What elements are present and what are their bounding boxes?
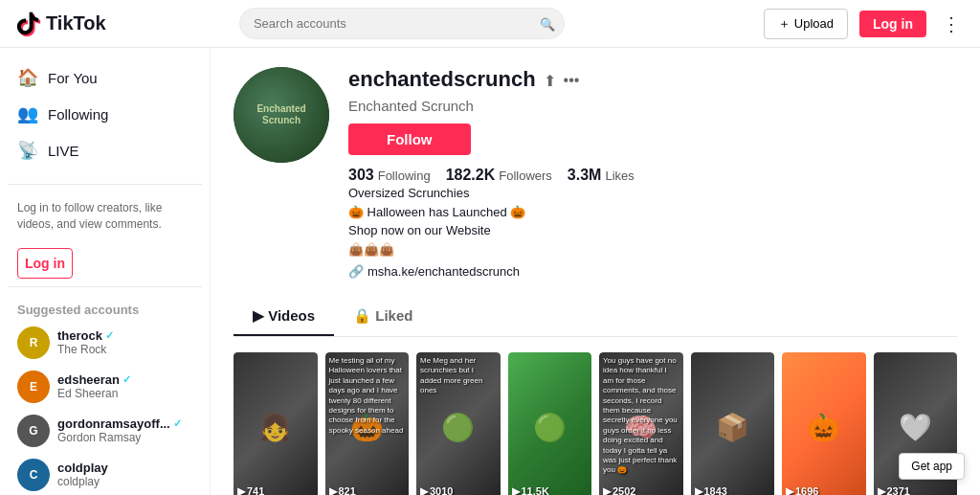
more-options-profile-icon[interactable]: ••• [564, 72, 580, 89]
video-thumb-4: 🟢 ▶ 11.5K [508, 352, 592, 495]
suggested-account-therock[interactable]: R therock ✓ The Rock [8, 321, 202, 365]
likes-label: Likes [605, 169, 634, 183]
profile-info: enchantedscrunch ⬆ ••• Enchanted Scrunch… [348, 67, 957, 279]
profile-avatar: Enchanted Scrunch [234, 67, 329, 163]
verified-badge-3: ✓ [173, 417, 182, 430]
profile-header: Enchanted Scrunch enchantedscrunch ⬆ •••… [234, 67, 957, 279]
upload-button[interactable]: ＋ Upload [764, 9, 848, 39]
tiktok-logo-icon [15, 11, 42, 37]
suggested-account-gordonramsay[interactable]: G gordonramsayoff... ✓ Gordon Ramsay [8, 409, 202, 453]
play-icon: ▶ [237, 485, 245, 495]
profile-actions: Follow [348, 124, 957, 155]
play-count-4: ▶ 11.5K [512, 485, 549, 495]
video-thumb-1: 👧 ▶ 741 [234, 352, 318, 495]
sidebar-for-you-label: For You [48, 70, 98, 86]
search-bar: 🔍 [239, 8, 565, 39]
sidebar-login-button[interactable]: Log in [17, 248, 73, 279]
live-icon: 📡 [17, 140, 38, 161]
suggested-account-coldplay[interactable]: C coldplay coldplay [8, 453, 202, 495]
bio-line3: Shop now on our Website [348, 221, 957, 240]
play-icon: ▶ [512, 485, 520, 495]
play-icon: ▶ [420, 485, 428, 495]
video-thumb-6: 📦 ▶ 1843 [691, 352, 775, 495]
play-icon: ▶ [695, 485, 702, 495]
login-button[interactable]: Log in [859, 11, 926, 37]
play-icon: ▶ [878, 485, 885, 495]
acc-info-edsheeran: edsheeran ✓ Ed Sheeran [57, 372, 131, 400]
username-therock: therock ✓ [57, 328, 114, 343]
video-overlay-text: Me testing all of my Halloween lovers th… [325, 352, 410, 495]
video-card-7[interactable]: 🎃 ▶ 1696 HALLOWEEN HAS LAU... [782, 352, 866, 495]
likes-count: 3.3M [568, 167, 602, 184]
suggested-account-edsheeran[interactable]: E edsheeran ✓ Ed Sheeran [8, 365, 202, 409]
profile-display-name: Enchanted Scrunch [348, 98, 957, 114]
profile-link[interactable]: 🔗 msha.ke/enchantedscrunch [348, 264, 957, 279]
sidebar-login-message: Log in to follow creators, like videos, … [8, 192, 202, 240]
video-thumb-2: 🎃 Me testing all of my Halloween lovers … [325, 352, 410, 495]
main-content: Enchanted Scrunch enchantedscrunch ⬆ •••… [211, 48, 980, 495]
lock-icon: 🔒 [353, 307, 371, 324]
verified-badge-2: ✓ [122, 373, 131, 386]
play-count-1: ▶ 741 [237, 485, 264, 495]
followers-label: Followers [499, 169, 552, 183]
sidebar-following-label: Following [48, 106, 108, 123]
username-coldplay: coldplay [57, 461, 108, 475]
play-count-2: ▶ 821 [329, 485, 356, 495]
bio-line2: 🎃 Halloween has Launched 🎃 [348, 203, 957, 222]
video-card-6[interactable]: 📦 ▶ 1843 All of your orders today ... [691, 352, 775, 495]
username-gordonramsay: gordonramsayoff... ✓ [57, 416, 182, 431]
avatar-gordonramsay: G [17, 415, 50, 447]
username-edsheeran: edsheeran ✓ [57, 372, 131, 387]
acc-info-gordonramsay: gordonramsayoff... ✓ Gordon Ramsay [57, 416, 182, 444]
sidebar-item-for-you[interactable]: 🏠 For You [8, 59, 202, 96]
videos-tab-label: Videos [268, 307, 315, 324]
bio-emojis: 👜👜👜 [348, 240, 957, 259]
tab-videos[interactable]: ▶ Videos [234, 298, 334, 336]
play-count-5: ▶ 2502 [603, 485, 635, 495]
video-thumb-5: 🧠 You guys have got no idea how thankful… [599, 352, 683, 495]
sidebar-divider [8, 184, 202, 185]
home-icon: 🏠 [17, 67, 38, 88]
scrunchie-emoji-7: 🎃 [807, 411, 840, 442]
follow-button[interactable]: Follow [348, 124, 471, 155]
scrunchie-emoji-1: 👧 [258, 411, 292, 442]
avatar-inner: Enchanted Scrunch [234, 67, 329, 163]
video-overlay-text: Me Meg and her scrunchies but I added mo… [416, 352, 501, 495]
followers-count: 182.2K [446, 167, 496, 184]
play-count-3: ▶ 3010 [420, 485, 453, 495]
stat-following: 303 Following [348, 167, 431, 184]
scrunchie-emoji-8: 🤍 [899, 411, 932, 442]
video-card-5[interactable]: 🧠 You guys have got no idea how thankful… [599, 352, 683, 495]
search-input[interactable] [239, 8, 565, 39]
play-icon: ▶ [329, 485, 337, 495]
video-overlay-text: You guys have got no idea how thankful I… [599, 352, 683, 495]
scrunchie-emoji-4: 🟢 [533, 411, 567, 442]
play-count-7: ▶ 1696 [786, 485, 818, 495]
share-icon[interactable]: ⬆ [544, 72, 556, 90]
sidebar-item-following[interactable]: 👥 Following [8, 96, 202, 132]
avatar-coldplay: C [17, 459, 50, 491]
avatar-text: Enchanted Scrunch [256, 103, 305, 126]
video-card-2[interactable]: 🎃 Me testing all of my Halloween lovers … [325, 352, 410, 495]
logo[interactable]: TikTok [15, 11, 140, 37]
avatar-edsheeran: E [17, 371, 50, 403]
header: TikTok 🔍 ＋ Upload Log in ⋮ [0, 0, 980, 48]
videos-tab-icon: ▶ [253, 307, 264, 324]
following-label: Following [378, 169, 431, 183]
display-edsheeran: Ed Sheeran [57, 387, 131, 400]
suggested-accounts-title: Suggested accounts [8, 295, 202, 321]
tab-liked[interactable]: 🔒 Liked [334, 298, 432, 336]
profile-username: enchantedscrunch [348, 67, 536, 92]
get-app-button[interactable]: Get app [899, 453, 965, 480]
more-options-icon[interactable]: ⋮ [938, 9, 965, 39]
video-card-1[interactable]: 👧 ▶ 741 And this is why my siste... [234, 352, 318, 495]
video-grid: 👧 ▶ 741 And this is why my siste... 🎃 Me… [234, 352, 957, 495]
display-coldplay: coldplay [57, 475, 108, 488]
sidebar-item-live[interactable]: 📡 LIVE [8, 132, 202, 169]
sidebar: 🏠 For You 👥 Following 📡 LIVE Log in to f… [0, 48, 211, 495]
video-card-4[interactable]: 🟢 ▶ 11.5K Chill your hot beans ove... [508, 352, 592, 495]
liked-tab-label: Liked [375, 307, 412, 324]
upload-label: Upload [794, 16, 834, 31]
play-count-6: ▶ 1843 [695, 485, 727, 495]
video-card-3[interactable]: 🟢 Me Meg and her scrunchies but I added … [416, 352, 501, 495]
